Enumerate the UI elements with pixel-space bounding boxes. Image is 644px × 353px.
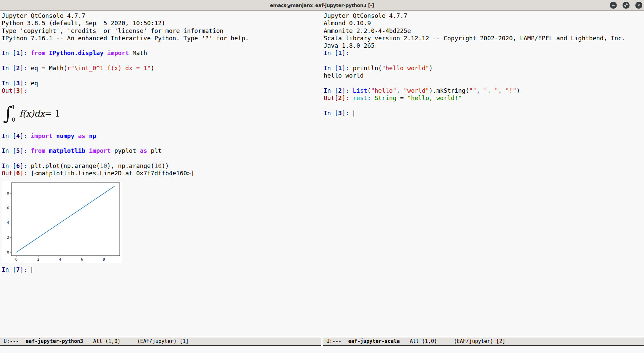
console-line xyxy=(2,140,322,147)
modeline-major-mode: (EAF/jupyter) [2] xyxy=(454,338,505,344)
console-line: Python 3.8.5 (default, Sep 5 2020, 10:50… xyxy=(2,19,322,27)
integral-limits: 1 0 xyxy=(12,104,15,123)
console-line xyxy=(324,80,644,87)
modeline-scala[interactable]: U:--- eaf-jupyter-scala All (1,0) (EAF/j… xyxy=(323,337,644,346)
console-line: IPython 7.16.1 -- An enhanced Interactiv… xyxy=(2,35,322,42)
console-line: Type 'copyright', 'credits' or 'license'… xyxy=(2,27,322,35)
console-line xyxy=(2,42,322,49)
console-line: Out[2]: res1: String = "hello, world!" xyxy=(324,94,644,102)
jupyter-scala-console[interactable]: Jupyter QtConsole 4.7.7Almond 0.10.9Ammo… xyxy=(322,11,644,337)
modeline-buffer-name: eaf-jupyter-scala xyxy=(348,338,400,344)
svg-text:8: 8 xyxy=(103,258,105,261)
svg-text:8: 8 xyxy=(7,191,9,195)
text-cursor xyxy=(32,267,32,273)
minimize-icon: − xyxy=(611,3,615,7)
window-titlebar[interactable]: emacs@manjaro: eaf-jupyter-python3 [-] −… xyxy=(0,0,644,11)
console-line: Almond 0.10.9 xyxy=(324,19,644,27)
console-line: In [4]: import numpy as np xyxy=(2,132,322,140)
maximize-button[interactable] xyxy=(623,2,630,9)
console-line: In [5]: from matplotlib import pyplot as… xyxy=(2,147,322,155)
console-line xyxy=(2,94,322,102)
modeline-position: All (1,0) xyxy=(410,338,437,344)
console-line xyxy=(324,57,644,64)
modeline-buffer-name: eaf-jupyter-python3 xyxy=(25,338,83,344)
modeline-python[interactable]: U:--- eaf-jupyter-python3 All (1,0) (EAF… xyxy=(0,337,321,346)
console-line xyxy=(2,57,322,64)
console-line: Jupyter QtConsole 4.7.7 xyxy=(2,12,322,19)
matplotlib-figure: 0246802468 xyxy=(2,181,122,263)
svg-text:4: 4 xyxy=(7,221,9,225)
console-line: In [2]: eq = Math(r"\int_0^1 f(x) dx = 1… xyxy=(2,64,322,72)
console-line xyxy=(2,155,322,162)
svg-text:4: 4 xyxy=(59,258,61,261)
latex-equation-output: ∫ 1 0 f(x)dx = 1 xyxy=(2,102,322,125)
console-line: Jupyter QtConsole 4.7.7 xyxy=(324,12,644,19)
svg-text:6: 6 xyxy=(7,206,9,210)
console-line: In [1]: from IPython.display import Math xyxy=(2,49,322,57)
close-button[interactable]: ✕ xyxy=(635,2,642,9)
minimize-button[interactable]: − xyxy=(610,2,617,9)
console-line: Scala library version 2.12.12 -- Copyrig… xyxy=(324,35,644,42)
close-icon: ✕ xyxy=(637,3,640,7)
console-line: In [1]: xyxy=(324,49,644,57)
svg-text:2: 2 xyxy=(37,258,39,261)
console-line: In [3]: eq xyxy=(2,80,322,87)
console-line: In [2]: List("hello", "world").mkString(… xyxy=(324,87,644,94)
svg-text:2: 2 xyxy=(7,235,9,239)
integral-glyph: ∫ xyxy=(3,103,13,124)
integral-lower-limit: 0 xyxy=(12,117,15,123)
window-controls: − ✕ xyxy=(610,2,642,9)
modeline-major-mode: (EAF/jupyter) [1] xyxy=(137,338,189,344)
svg-text:6: 6 xyxy=(81,258,83,261)
console-line xyxy=(2,72,322,79)
console-line xyxy=(2,125,322,132)
modeline-position: All (1,0) xyxy=(93,338,120,344)
console-line xyxy=(324,102,644,109)
window-title: emacs@manjaro: eaf-jupyter-python3 [-] xyxy=(270,3,374,8)
console-line: hello world xyxy=(324,72,644,79)
editor-frame: Jupyter QtConsole 4.7.7Python 3.8.5 (def… xyxy=(0,11,644,337)
console-line: Out[3]: xyxy=(2,87,322,94)
jupyter-python-console[interactable]: Jupyter QtConsole 4.7.7Python 3.8.5 (def… xyxy=(0,11,322,337)
text-cursor xyxy=(354,111,354,117)
console-line: Java 1.8.0_265 xyxy=(324,42,644,49)
svg-text:0: 0 xyxy=(15,258,17,261)
integral-upper-limit: 1 xyxy=(12,104,15,111)
modeline-state: U:--- xyxy=(326,338,341,344)
svg-text:0: 0 xyxy=(7,250,9,254)
console-line: Out[6]: [<matplotlib.lines.Line2D at 0×7… xyxy=(2,170,322,177)
console-line: In [6]: plt.plot(np.arange(10), np.arang… xyxy=(2,162,322,170)
modeline-state: U:--- xyxy=(4,338,19,344)
console-line: Ammonite 2.2.0-4-4bd225e xyxy=(324,27,644,35)
equation-body: f(x)dx xyxy=(19,108,45,119)
console-line: In [7]: xyxy=(2,266,322,273)
equation-rhs: = 1 xyxy=(45,108,60,119)
minibuffer-echo-area[interactable] xyxy=(0,346,644,353)
maximize-icon xyxy=(624,3,628,7)
console-line: In [1]: println("hello world") xyxy=(324,64,644,72)
console-line: In [3]: xyxy=(324,109,644,117)
mode-line-row: U:--- eaf-jupyter-python3 All (1,0) (EAF… xyxy=(0,337,644,346)
